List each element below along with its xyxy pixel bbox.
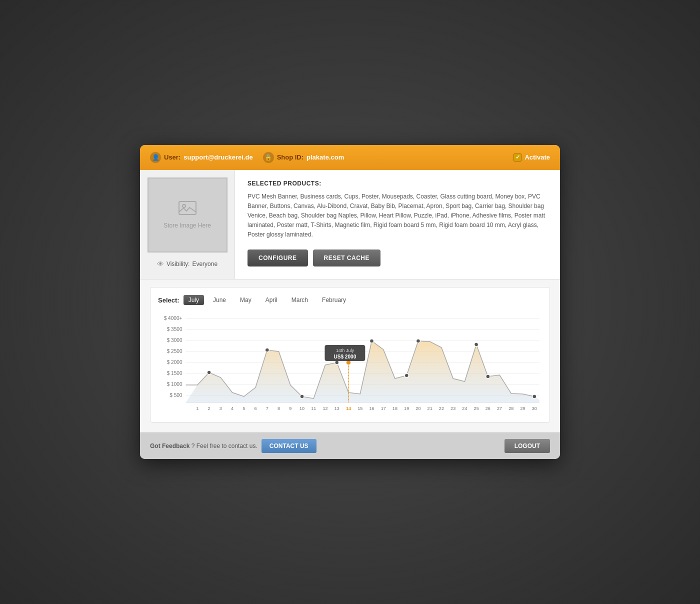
- svg-text:17: 17: [381, 406, 386, 412]
- svg-text:7: 7: [266, 406, 268, 412]
- header-bar: 👤 User: support@druckerei.de 🔒 Shop ID: …: [140, 145, 560, 170]
- svg-text:21: 21: [428, 406, 432, 412]
- svg-text:$ 4000+: $ 4000+: [164, 316, 182, 322]
- svg-point-22: [335, 360, 339, 364]
- svg-text:15: 15: [358, 406, 362, 412]
- header-user: 👤 User: support@druckerei.de: [150, 152, 253, 163]
- month-july[interactable]: July: [184, 295, 204, 305]
- svg-point-28: [486, 374, 490, 378]
- select-label: Select:: [158, 296, 180, 304]
- svg-text:$ 2000: $ 2000: [167, 360, 182, 366]
- feedback-text: Got Feedback ? Feel free to contact us.: [150, 442, 258, 450]
- svg-text:$ 1500: $ 1500: [167, 371, 182, 376]
- logout-button[interactable]: LOGOUT: [504, 439, 550, 453]
- svg-text:23: 23: [450, 406, 456, 412]
- svg-text:22: 22: [439, 406, 444, 412]
- configure-button[interactable]: CONFIGURE: [248, 250, 308, 266]
- product-info-panel: SELECTED PRODUCTS: PVC Mesh Banner, Busi…: [235, 170, 560, 280]
- svg-text:10: 10: [300, 406, 304, 412]
- svg-point-24: [370, 339, 374, 343]
- svg-point-21: [300, 394, 304, 398]
- month-may[interactable]: May: [235, 295, 256, 305]
- svg-point-1: [182, 204, 186, 208]
- selected-products-label: SELECTED PRODUCTS:: [248, 180, 548, 187]
- svg-text:1: 1: [196, 406, 198, 412]
- feedback-suffix: ? Feel free to contact us.: [192, 442, 258, 450]
- svg-text:$ 3000: $ 3000: [167, 338, 182, 344]
- svg-text:29: 29: [520, 406, 526, 412]
- svg-text:14: 14: [346, 406, 351, 412]
- svg-text:20: 20: [416, 406, 420, 412]
- visibility-label: Visibility:: [166, 260, 190, 268]
- svg-text:9: 9: [289, 406, 292, 412]
- svg-text:$ 2500: $ 2500: [167, 349, 182, 354]
- store-image-panel: Store Image Here 👁 Visibility: Everyone: [140, 170, 235, 280]
- svg-text:25: 25: [474, 406, 479, 412]
- svg-point-19: [207, 370, 211, 374]
- user-icon: 👤: [150, 152, 161, 163]
- svg-text:$ 1000: $ 1000: [167, 382, 182, 388]
- svg-text:5: 5: [242, 406, 245, 412]
- month-february[interactable]: February: [317, 295, 351, 305]
- chart-area: $ 4000+ $ 3500 $ 3000 $ 2500 $ 2000 $ 15…: [158, 312, 542, 414]
- store-image-placeholder: Store Image Here: [164, 222, 211, 229]
- svg-point-27: [474, 342, 478, 346]
- activate-checkbox[interactable]: ✓: [514, 154, 522, 162]
- svg-text:30: 30: [532, 406, 537, 412]
- activate-section[interactable]: ✓ Activate: [514, 154, 550, 162]
- chart-section: Select: July June May April March Februa…: [140, 279, 560, 432]
- svg-text:27: 27: [497, 406, 502, 412]
- svg-text:8: 8: [278, 406, 280, 412]
- main-container: 👤 User: support@druckerei.de 🔒 Shop ID: …: [140, 145, 560, 460]
- svg-text:18: 18: [392, 406, 398, 412]
- svg-text:19: 19: [404, 406, 409, 412]
- svg-text:4: 4: [231, 406, 234, 412]
- svg-text:6: 6: [254, 406, 257, 412]
- header-shop: 🔒 Shop ID: plakate.com: [263, 152, 344, 163]
- svg-point-25: [404, 374, 408, 378]
- month-april[interactable]: April: [260, 295, 282, 305]
- svg-text:16: 16: [369, 406, 374, 412]
- svg-text:11: 11: [311, 406, 316, 412]
- svg-point-26: [416, 339, 420, 343]
- store-image-box: Store Image Here: [148, 178, 228, 252]
- svg-point-29: [532, 394, 536, 398]
- svg-text:$ 500: $ 500: [170, 393, 182, 398]
- visibility-value: Everyone: [192, 260, 218, 268]
- user-value: support@druckerei.de: [184, 154, 252, 161]
- user-label: User:: [164, 154, 180, 161]
- shop-value: plakate.com: [306, 154, 344, 161]
- month-march[interactable]: March: [286, 295, 313, 305]
- eye-icon: 👁: [157, 260, 164, 268]
- month-selector: Select: July June May April March Februa…: [158, 295, 542, 305]
- contact-us-button[interactable]: CONTACT US: [262, 439, 316, 453]
- product-list-text: PVC Mesh Banner, Business cards, Cups, P…: [248, 192, 548, 240]
- visibility-row: 👁 Visibility: Everyone: [152, 258, 222, 270]
- feedback-bold: Got Feedback: [150, 442, 190, 450]
- activate-label: Activate: [524, 154, 550, 161]
- svg-text:2: 2: [208, 406, 210, 412]
- svg-text:14th July: 14th July: [336, 348, 354, 354]
- svg-text:28: 28: [508, 406, 514, 412]
- image-placeholder-icon: [178, 201, 196, 220]
- lock-icon: 🔒: [263, 152, 274, 163]
- svg-text:24: 24: [462, 406, 467, 412]
- chart-svg: $ 4000+ $ 3500 $ 3000 $ 2500 $ 2000 $ 15…: [158, 312, 542, 412]
- footer-left: Got Feedback ? Feel free to contact us. …: [150, 439, 316, 453]
- svg-text:$ 3500: $ 3500: [167, 327, 182, 332]
- footer-bar: Got Feedback ? Feel free to contact us. …: [140, 432, 560, 459]
- svg-text:US$ 2000: US$ 2000: [334, 354, 356, 360]
- chart-container: Select: July June May April March Februa…: [150, 287, 550, 422]
- svg-text:12: 12: [322, 406, 328, 412]
- action-buttons: CONFIGURE RESET CACHE: [248, 250, 548, 266]
- month-june[interactable]: June: [208, 295, 231, 305]
- shop-label: Shop ID:: [277, 154, 304, 161]
- svg-text:26: 26: [486, 406, 490, 412]
- svg-text:13: 13: [334, 406, 340, 412]
- svg-text:3: 3: [220, 406, 222, 412]
- reset-cache-button[interactable]: RESET CACHE: [313, 250, 381, 266]
- content-area: Store Image Here 👁 Visibility: Everyone …: [140, 170, 560, 280]
- svg-rect-0: [179, 202, 196, 214]
- svg-point-20: [265, 348, 269, 352]
